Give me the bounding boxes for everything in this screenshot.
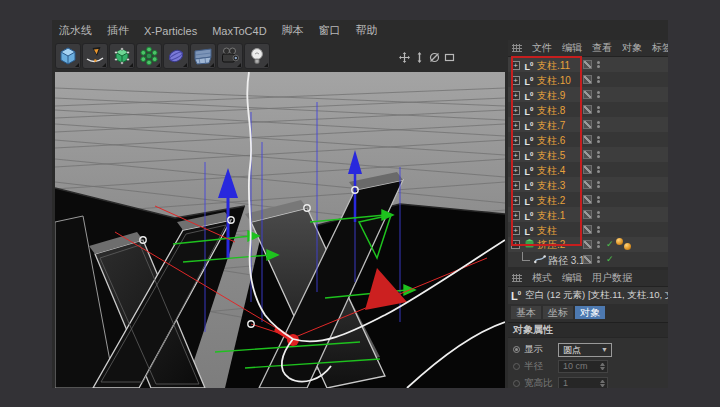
enabled-check-icon[interactable]: ✓ <box>606 252 614 267</box>
visibility-dots[interactable] <box>597 89 600 100</box>
visibility-dots[interactable] <box>597 224 600 235</box>
object-row[interactable]: +L0支柱.3 <box>508 177 668 192</box>
tab-basic[interactable]: 基本 <box>511 306 541 319</box>
layer-toggle[interactable] <box>583 120 592 129</box>
visibility-dots[interactable] <box>597 179 600 190</box>
tab-coord[interactable]: 坐标 <box>543 306 573 319</box>
expand-icon[interactable]: + <box>511 136 520 145</box>
om-menu-file[interactable]: 文件 <box>532 41 552 55</box>
om-menu-view[interactable]: 查看 <box>592 41 612 55</box>
object-properties-header[interactable]: 对象属性 <box>508 322 668 338</box>
maximize-icon[interactable] <box>444 52 455 63</box>
rotate-icon[interactable] <box>429 52 440 63</box>
menu-item-xparticles[interactable]: X-Particles <box>144 25 197 37</box>
deformer-sphere-button[interactable] <box>163 43 189 69</box>
layer-toggle[interactable] <box>583 255 592 264</box>
visibility-dots[interactable] <box>597 134 600 145</box>
visibility-dots[interactable] <box>597 254 600 265</box>
visibility-dots[interactable] <box>597 119 600 130</box>
object-row[interactable]: +L0支柱.9 <box>508 87 668 102</box>
spline-pen-button[interactable] <box>82 43 108 69</box>
stepper-arrows-icon[interactable] <box>600 363 605 370</box>
display-dropdown[interactable]: 圆点 ▼ <box>558 343 612 357</box>
menu-item-pipeline[interactable]: 流水线 <box>59 23 92 38</box>
tab-object[interactable]: 对象 <box>575 306 605 319</box>
expand-icon[interactable]: + <box>511 121 520 130</box>
keyframe-circle-icon[interactable] <box>513 346 520 353</box>
zoom-icon[interactable] <box>414 52 425 63</box>
subdivision-surface-button[interactable] <box>109 43 135 69</box>
layer-toggle[interactable] <box>583 210 592 219</box>
am-menu-edit[interactable]: 编辑 <box>562 271 582 285</box>
visibility-dots[interactable] <box>597 164 600 175</box>
object-row[interactable]: +L0支柱.6 <box>508 132 668 147</box>
menu-item-window[interactable]: 窗口 <box>319 23 341 38</box>
cube-primitive-button[interactable] <box>55 43 81 69</box>
menu-item-maxtoc4d[interactable]: MaxToC4D <box>212 25 266 37</box>
object-row[interactable]: +L0支柱.10 <box>508 72 668 87</box>
expand-icon[interactable]: + <box>511 91 520 100</box>
layer-toggle[interactable] <box>583 90 592 99</box>
layer-toggle[interactable] <box>583 195 592 204</box>
expand-icon[interactable]: + <box>511 226 520 235</box>
keyframe-circle-icon[interactable] <box>513 380 520 387</box>
object-row[interactable]: 路径 3.1✓ <box>508 252 668 267</box>
layer-toggle[interactable] <box>583 180 592 189</box>
layer-toggle[interactable] <box>583 60 592 69</box>
object-row[interactable]: +L0支柱.5 <box>508 147 668 162</box>
object-row[interactable]: +挤压.2✓ <box>508 237 668 252</box>
menu-item-help[interactable]: 帮助 <box>356 23 378 38</box>
expand-icon[interactable]: + <box>511 196 520 205</box>
visibility-dots[interactable] <box>597 59 600 70</box>
layer-toggle[interactable] <box>583 135 592 144</box>
layer-toggle[interactable] <box>583 105 592 114</box>
viewport[interactable] <box>55 72 505 388</box>
am-menu-mode[interactable]: 模式 <box>532 271 552 285</box>
pan-icon[interactable] <box>399 52 410 63</box>
radius-field[interactable]: 10 cm <box>558 360 608 373</box>
visibility-dots[interactable] <box>597 149 600 160</box>
stepper-arrows-icon[interactable] <box>600 380 605 387</box>
menu-item-plugins[interactable]: 插件 <box>107 23 129 38</box>
menu-item-script[interactable]: 脚本 <box>282 23 304 38</box>
expand-icon[interactable]: + <box>511 181 520 190</box>
aspect-ratio-field[interactable]: 1 <box>558 377 608 388</box>
array-generator-button[interactable] <box>136 43 162 69</box>
layer-toggle[interactable] <box>583 75 592 84</box>
visibility-dots[interactable] <box>597 104 600 115</box>
object-row[interactable]: +L0支柱.11 <box>508 57 668 72</box>
visibility-dots[interactable] <box>597 239 600 250</box>
material-tags[interactable] <box>616 238 631 250</box>
om-menu-object[interactable]: 对象 <box>622 41 642 55</box>
object-row[interactable]: +L0支柱.1 <box>508 207 668 222</box>
expand-icon[interactable]: + <box>511 151 520 160</box>
layer-toggle[interactable] <box>583 225 592 234</box>
layer-toggle[interactable] <box>583 165 592 174</box>
expand-icon[interactable]: + <box>511 240 520 249</box>
am-menu-userdata[interactable]: 用户数据 <box>592 271 632 285</box>
panel-grid-icon[interactable] <box>512 274 522 282</box>
enabled-check-icon[interactable]: ✓ <box>606 237 614 252</box>
environment-floor-button[interactable] <box>190 43 216 69</box>
om-menu-edit[interactable]: 编辑 <box>562 41 582 55</box>
object-row[interactable]: +L0支柱 <box>508 222 668 237</box>
layer-toggle[interactable] <box>583 240 592 249</box>
expand-icon[interactable]: + <box>511 166 520 175</box>
object-row[interactable]: +L0支柱.7 <box>508 117 668 132</box>
visibility-dots[interactable] <box>597 194 600 205</box>
object-row[interactable]: +L0支柱.2 <box>508 192 668 207</box>
expand-icon[interactable]: + <box>511 106 520 115</box>
camera-button[interactable] <box>217 43 243 69</box>
object-row[interactable]: +L0支柱.4 <box>508 162 668 177</box>
expand-icon[interactable]: + <box>511 76 520 85</box>
om-menu-tags[interactable]: 标签 <box>652 41 668 55</box>
keyframe-circle-icon[interactable] <box>513 363 520 370</box>
layer-toggle[interactable] <box>583 150 592 159</box>
object-row[interactable]: +L0支柱.8 <box>508 102 668 117</box>
visibility-dots[interactable] <box>597 209 600 220</box>
expand-icon[interactable]: + <box>511 61 520 70</box>
expand-icon[interactable]: + <box>511 211 520 220</box>
light-button[interactable] <box>244 43 270 69</box>
panel-grid-icon[interactable] <box>512 44 522 52</box>
visibility-dots[interactable] <box>597 74 600 85</box>
